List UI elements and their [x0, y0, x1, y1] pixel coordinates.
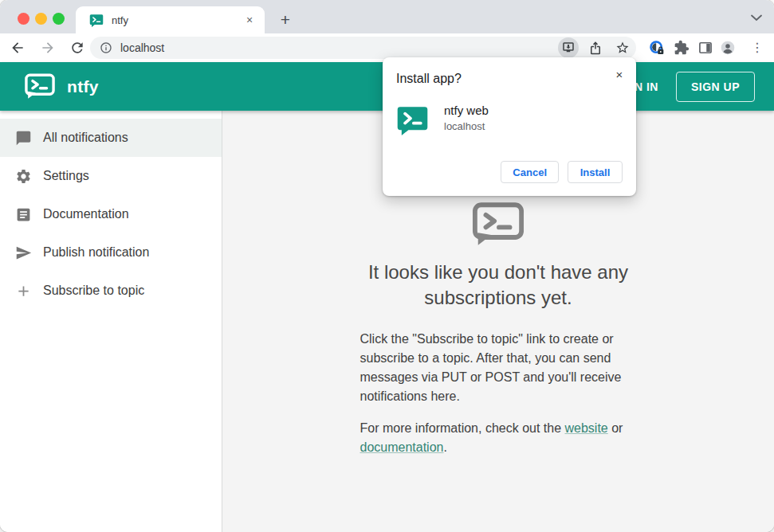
- browser-tab-ntfy[interactable]: ntfy ×: [76, 6, 265, 33]
- minimize-window-button[interactable]: [35, 13, 47, 25]
- ntfy-app-icon: [396, 103, 429, 135]
- chat-icon: [15, 130, 32, 147]
- ntfy-logo-icon: [24, 73, 56, 100]
- close-window-button[interactable]: [18, 13, 29, 25]
- maximize-window-button[interactable]: [53, 13, 65, 25]
- empty-state-heading: It looks like you don't have any subscri…: [343, 260, 654, 311]
- sidebar-item-subscribe-to-topic[interactable]: Subscribe to topic: [0, 272, 222, 310]
- tab-title: ntfy: [112, 14, 242, 26]
- install-app-origin: localhost: [444, 120, 489, 132]
- url-text: localhost: [120, 41, 552, 54]
- new-tab-button[interactable]: +: [274, 9, 297, 31]
- browser-menu-icon[interactable]: ⋮: [749, 40, 765, 56]
- install-app-icon: [561, 41, 576, 55]
- browser-window: ntfy × + localhost: [0, 0, 774, 532]
- install-dialog-title: Install app?: [396, 72, 623, 86]
- paragraph-text: .: [443, 440, 446, 454]
- sidebar-item-label: Documentation: [43, 207, 129, 221]
- sidebar-item-all-notifications[interactable]: All notifications: [0, 119, 222, 157]
- forward-icon[interactable]: [40, 40, 56, 56]
- tab-strip: ntfy × +: [0, 0, 774, 33]
- sidebar-item-label: All notifications: [43, 131, 128, 145]
- bookmark-button[interactable]: [612, 37, 633, 58]
- reload-icon[interactable]: [69, 40, 85, 56]
- empty-state-links-paragraph: For more information, check out the webs…: [360, 419, 637, 457]
- install-app-name: ntfy web: [444, 104, 489, 117]
- profile-avatar-icon[interactable]: [720, 40, 736, 56]
- empty-state-paragraph: Click the "Subscribe to topic" link to c…: [360, 330, 637, 406]
- star-icon: [615, 41, 630, 55]
- ntfy-terminal-outline-icon: [472, 201, 525, 247]
- page-info-icon[interactable]: [100, 41, 112, 54]
- back-icon[interactable]: [10, 40, 26, 56]
- documentation-link[interactable]: documentation: [360, 440, 444, 454]
- traffic-lights: [18, 13, 65, 25]
- send-icon: [15, 244, 32, 261]
- dialog-close-icon[interactable]: ×: [612, 67, 627, 81]
- sidebar-item-label: Subscribe to topic: [43, 284, 144, 298]
- install-app-button[interactable]: [558, 37, 579, 58]
- side-panel-icon[interactable]: [697, 40, 713, 56]
- extensions-puzzle-icon[interactable]: [674, 40, 690, 56]
- extension-privacy-icon[interactable]: [649, 40, 665, 56]
- install-button[interactable]: Install: [568, 161, 623, 183]
- website-link[interactable]: website: [565, 421, 608, 435]
- sidebar-item-label: Settings: [43, 169, 89, 183]
- sidebar-item-label: Publish notification: [43, 245, 149, 260]
- tab-close-icon[interactable]: ×: [242, 13, 257, 27]
- paragraph-text: For more information, check out the: [360, 421, 565, 435]
- share-button[interactable]: [585, 37, 606, 58]
- sidebar-item-publish-notification[interactable]: Publish notification: [0, 233, 222, 272]
- address-bar[interactable]: localhost: [90, 37, 636, 59]
- sidebar-nav: All notifications Settings Documentation…: [0, 111, 222, 532]
- brand-name: ntfy: [67, 77, 99, 96]
- cancel-button[interactable]: Cancel: [501, 161, 559, 183]
- article-icon: [15, 206, 32, 223]
- sidebar-item-settings[interactable]: Settings: [0, 157, 222, 195]
- install-app-dialog: Install app? × ntfy web localhost Cancel…: [383, 57, 636, 196]
- sidebar-item-documentation[interactable]: Documentation: [0, 195, 222, 233]
- sign-up-button[interactable]: SIGN UP: [676, 72, 755, 102]
- gear-icon: [15, 168, 32, 185]
- tab-list-chevron-icon[interactable]: [750, 12, 763, 23]
- ntfy-favicon-icon: [89, 13, 104, 27]
- share-icon: [588, 41, 603, 55]
- plus-icon: [15, 283, 32, 299]
- paragraph-text: or: [608, 421, 623, 435]
